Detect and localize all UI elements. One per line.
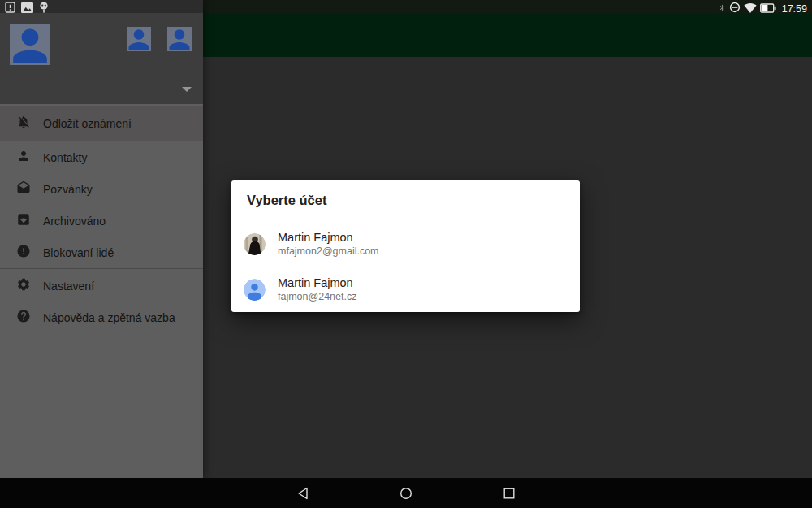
back-button[interactable]	[296, 486, 310, 501]
bluetooth-icon	[719, 2, 726, 16]
usb-icon	[39, 2, 49, 17]
help-icon	[16, 309, 31, 326]
menu-item-blocked-people[interactable]: Blokovaní lidé	[0, 237, 203, 268]
menu-item-archived[interactable]: Archivováno	[0, 205, 203, 237]
menu-item-label: Archivováno	[43, 215, 106, 228]
account-option-gmail[interactable]: Martin Fajmon mfajmon2@gmail.com	[244, 228, 568, 260]
account-texts: Martin Fajmon fajmon@24net.cz	[278, 276, 356, 303]
menu-item-label: Nastavení	[43, 280, 94, 293]
do-not-disturb-icon	[729, 2, 741, 16]
menu-item-label: Pozvánky	[43, 183, 93, 196]
account-picker-dialog: Vyberte účet Martin Fajmon mfajmon2@gmai…	[231, 180, 580, 312]
menu-divider	[0, 268, 203, 269]
person-icon	[16, 149, 31, 166]
photo-avatar	[244, 233, 266, 255]
home-button[interactable]	[399, 486, 413, 501]
sim-alert-icon	[5, 2, 15, 16]
account-name: Martin Fajmon	[278, 230, 379, 245]
status-bar-clock: 17:59	[782, 3, 807, 15]
account-name: Martin Fajmon	[278, 276, 356, 290]
navigation-drawer: Odložit oznámení Kontakty Pozvánky Archi…	[0, 0, 203, 478]
mini-account-avatar-1[interactable]	[127, 27, 151, 51]
menu-item-snooze-notifications[interactable]: Odložit oznámení	[0, 106, 203, 141]
app-toolbar-dimmed	[203, 13, 812, 57]
screenshot-icon	[21, 2, 33, 16]
menu-item-label: Blokovaní lidé	[43, 246, 114, 259]
dialog-title: Vyberte účet	[247, 193, 326, 208]
notifications-off-icon	[16, 115, 31, 132]
menu-item-settings[interactable]: Nastavení	[0, 270, 203, 302]
recents-button[interactable]	[502, 486, 516, 501]
account-email: mfajmon2@gmail.com	[278, 245, 379, 258]
account-texts: Martin Fajmon mfajmon2@gmail.com	[278, 230, 379, 258]
wifi-icon	[744, 2, 757, 16]
menu-item-invites[interactable]: Pozvánky	[0, 173, 203, 205]
navigation-bar	[0, 478, 812, 508]
archive-icon	[16, 212, 31, 229]
menu-item-label: Odložit oznámení	[43, 117, 132, 130]
blocked-people-icon	[16, 244, 31, 261]
menu-item-label: Kontakty	[43, 151, 87, 164]
screen: 17:59 Odložit oznámení Kontakty	[0, 0, 812, 508]
drawer-menu: Odložit oznámení Kontakty Pozvánky Archi…	[0, 104, 203, 478]
status-bar-left	[5, 2, 49, 15]
settings-gear-icon	[16, 277, 31, 294]
status-bar-right: 17:59	[719, 2, 807, 15]
chevron-down-icon[interactable]	[182, 87, 192, 92]
large-account-avatar[interactable]	[10, 24, 50, 65]
menu-item-label: Nápověda a zpětná vazba	[43, 311, 175, 324]
invitation-envelope-icon	[16, 180, 31, 198]
mini-account-avatar-2[interactable]	[167, 27, 192, 51]
battery-icon	[760, 2, 776, 16]
default-blue-avatar	[244, 279, 266, 301]
menu-item-help-feedback[interactable]: Nápověda a zpětná vazba	[0, 302, 203, 333]
account-email: fajmon@24net.cz	[278, 290, 356, 303]
menu-item-contacts[interactable]: Kontakty	[0, 141, 203, 173]
account-option-24net[interactable]: Martin Fajmon fajmon@24net.cz	[244, 273, 568, 306]
